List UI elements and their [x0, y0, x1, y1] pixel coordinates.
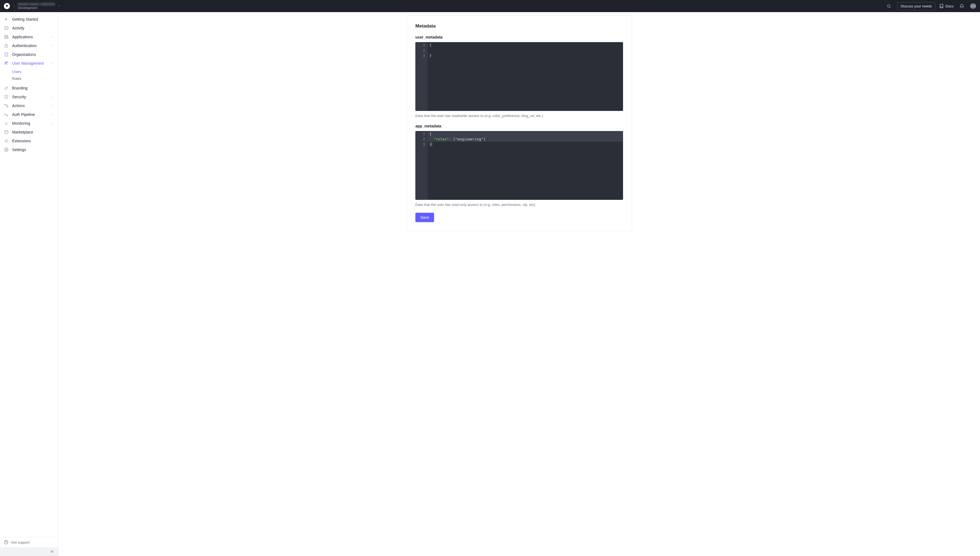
sidebar-item-user-management[interactable]: User Management [0, 59, 58, 68]
sidebar-item-branding[interactable]: Branding [0, 84, 58, 92]
save-button[interactable]: Save [415, 213, 434, 222]
sidebar-item-marketplace[interactable]: Marketplace [0, 128, 58, 137]
svg-point-24 [6, 149, 7, 150]
building-icon [4, 52, 9, 57]
user-metadata-editor[interactable]: 1{23} [415, 42, 623, 111]
brand-logo[interactable] [4, 3, 10, 9]
user-icon [4, 61, 9, 66]
tenant-switcher[interactable]: tenant-name-redacted Development [18, 2, 61, 10]
lock-icon [4, 43, 9, 48]
collapse-sidebar-button[interactable] [0, 547, 58, 556]
svg-rect-22 [5, 131, 8, 134]
sidebar-item-label: Extensions [12, 139, 54, 143]
search-button[interactable] [884, 2, 893, 10]
shield-icon [4, 94, 9, 99]
svg-rect-17 [5, 104, 6, 105]
tenant-name: tenant-name-redacted [18, 2, 55, 6]
main-content: Metadata user_metadata 1{23} Data that t… [58, 12, 980, 556]
line-number: 2 [416, 137, 428, 142]
sidebar-item-auth-pipeline[interactable]: Auth Pipeline [0, 110, 58, 119]
tenant-env: Development [18, 6, 55, 10]
sidebar-item-label: Getting Started [12, 17, 54, 21]
metadata-card: Metadata user_metadata 1{23} Data that t… [406, 15, 632, 231]
chevron-right-icon [51, 35, 54, 39]
sidebar-item-security[interactable]: Security [0, 92, 58, 101]
flow-icon [4, 103, 9, 108]
line-number: 1 [416, 131, 428, 137]
sidebar-nav: Getting StartedActivityApplicationsAuthe… [0, 12, 58, 537]
app-metadata-helper: Data that the user has read-only access … [415, 203, 623, 207]
bars-icon [4, 121, 9, 126]
separator [14, 3, 14, 9]
code-line: } [428, 53, 432, 58]
code-token: ["engineering"] [453, 137, 485, 141]
sidebar-item-activity[interactable]: Activity [0, 24, 58, 32]
market-icon [4, 129, 9, 134]
svg-point-0 [888, 5, 890, 7]
line-number: 2 [416, 48, 428, 53]
sidebar-item-label: Activity [12, 26, 54, 30]
sidebar-item-label: Organizations [12, 52, 54, 57]
code-token: } [429, 142, 432, 146]
chevron-right-icon [51, 122, 54, 125]
bolt-icon [4, 17, 9, 22]
chart-icon [4, 26, 9, 31]
line-number: 1 [416, 42, 428, 48]
sidebar-item-label: Settings [12, 147, 54, 152]
sidebar: Getting StartedActivityApplicationsAuthe… [0, 12, 58, 556]
pipeline-icon [4, 112, 9, 117]
user-metadata-helper: Data that the user has read/write access… [415, 114, 623, 118]
svg-rect-7 [5, 45, 7, 47]
code-token: { [429, 132, 432, 136]
brush-icon [4, 86, 9, 91]
code-token: "roles" [434, 137, 449, 141]
app-metadata-editor[interactable]: 1 { 2 "roles": ["engineering"] 3 } [415, 131, 623, 200]
svg-point-23 [6, 141, 7, 141]
sidebar-item-authentication[interactable]: Authentication [0, 41, 58, 50]
sidebar-subitem-roles[interactable]: Roles [0, 75, 58, 82]
user-avatar[interactable] [970, 3, 976, 9]
sidebar-item-label: Monitoring [12, 121, 48, 126]
svg-rect-8 [5, 53, 8, 56]
chevron-down-icon [58, 5, 61, 8]
line-number: 3 [416, 142, 428, 147]
discuss-needs-button[interactable]: Discuss your needs [897, 2, 935, 10]
sidebar-item-label: Authentication [12, 44, 48, 48]
chevron-right-icon [51, 95, 54, 99]
sidebar-item-label: Branding [12, 86, 48, 90]
svg-line-1 [890, 7, 891, 8]
app-metadata-label: app_metadata [415, 124, 623, 128]
gear-icon [4, 147, 9, 152]
chevron-right-icon [51, 104, 54, 107]
sidebar-item-label: Marketplace [12, 130, 54, 134]
svg-rect-6 [6, 37, 8, 39]
chevron-right-icon [51, 86, 54, 90]
notifications-button[interactable] [957, 2, 966, 10]
sidebar-item-label: Security [12, 95, 48, 99]
section-title: Metadata [415, 23, 623, 29]
chevron-right-icon [51, 113, 54, 116]
sidebar-item-settings[interactable]: Settings [0, 145, 58, 154]
help-icon [4, 540, 8, 545]
sidebar-item-label: Actions [12, 103, 48, 108]
code-line [428, 48, 429, 53]
sidebar-item-extensions[interactable]: Extensions [0, 137, 58, 145]
sidebar-item-organizations[interactable]: Organizations [0, 50, 58, 59]
get-support-label: Get support [11, 540, 30, 545]
svg-rect-3 [5, 35, 6, 37]
chevron-right-icon [51, 44, 54, 47]
get-support-link[interactable]: Get support [0, 537, 58, 547]
sidebar-subitem-users[interactable]: Users [0, 68, 58, 75]
sidebar-item-applications[interactable]: Applications [0, 32, 58, 41]
svg-rect-18 [7, 106, 8, 107]
puzzle-icon [4, 139, 9, 144]
svg-rect-4 [6, 35, 8, 37]
sidebar-item-getting-started[interactable]: Getting Started [0, 15, 58, 24]
topbar: tenant-name-redacted Development Discuss… [0, 0, 980, 12]
docs-link[interactable]: Docs [939, 4, 954, 8]
sidebar-item-label: User Management [12, 61, 48, 66]
sidebar-item-monitoring[interactable]: Monitoring [0, 119, 58, 128]
chevron-down-icon [51, 61, 54, 65]
sidebar-item-actions[interactable]: Actions [0, 101, 58, 110]
svg-point-16 [7, 62, 8, 63]
